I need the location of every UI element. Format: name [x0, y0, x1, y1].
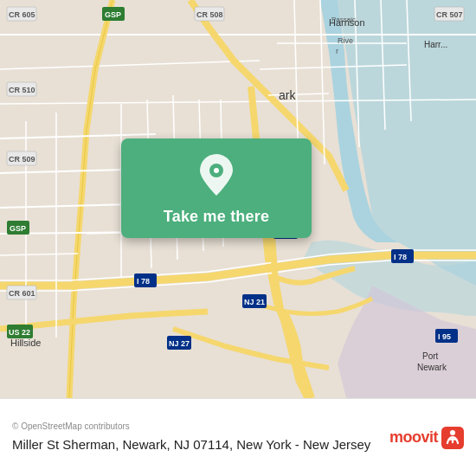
svg-text:NJ 21: NJ 21: [244, 298, 265, 306]
svg-text:CR 508: CR 508: [196, 10, 223, 19]
moovit-icon: [441, 427, 464, 449]
app: Harrison ark Hillside Harr... CR 605 GSP…: [0, 0, 476, 476]
svg-text:US 22: US 22: [9, 328, 30, 337]
svg-text:CR 601: CR 601: [9, 289, 35, 298]
svg-text:NJ 27: NJ 27: [169, 339, 190, 348]
svg-text:CR 510: CR 510: [9, 86, 35, 94]
bottom-left: © OpenStreetMap contributors Miller St S…: [12, 421, 381, 453]
svg-text:Hillside: Hillside: [10, 338, 41, 348]
svg-text:Passaic: Passaic: [331, 16, 356, 23]
svg-text:CR 507: CR 507: [436, 10, 463, 19]
bottom-bar: © OpenStreetMap contributors Miller St S…: [0, 398, 476, 476]
svg-text:I 95: I 95: [438, 332, 451, 341]
svg-text:I 78: I 78: [137, 277, 150, 286]
svg-text:Harr...: Harr...: [424, 40, 447, 49]
svg-text:I 78: I 78: [394, 253, 407, 261]
svg-text:CR 509: CR 509: [9, 155, 35, 164]
svg-text:CR 605: CR 605: [9, 10, 35, 19]
address-text: Miller St Sherman, Newark, NJ 07114, New…: [12, 436, 381, 453]
svg-text:Port: Port: [422, 351, 439, 361]
take-me-there-container: Take me there: [121, 138, 312, 238]
svg-point-67: [450, 429, 455, 434]
copyright-text: © OpenStreetMap contributors: [12, 421, 381, 431]
take-me-there-button[interactable]: Take me there: [121, 138, 312, 238]
svg-text:GSP: GSP: [10, 224, 26, 233]
svg-text:GSP: GSP: [105, 10, 121, 19]
take-me-there-label: Take me there: [164, 208, 269, 226]
svg-text:r: r: [336, 47, 338, 55]
svg-text:Rive: Rive: [338, 36, 353, 45]
svg-text:Newark: Newark: [417, 363, 447, 372]
svg-text:ark: ark: [279, 88, 296, 102]
moovit-brand-text: moovit: [389, 428, 438, 447]
moovit-logo: moovit: [389, 427, 464, 449]
map-pin-icon: [200, 154, 233, 199]
svg-point-65: [214, 168, 219, 173]
map-area: Harrison ark Hillside Harr... CR 605 GSP…: [0, 0, 476, 398]
